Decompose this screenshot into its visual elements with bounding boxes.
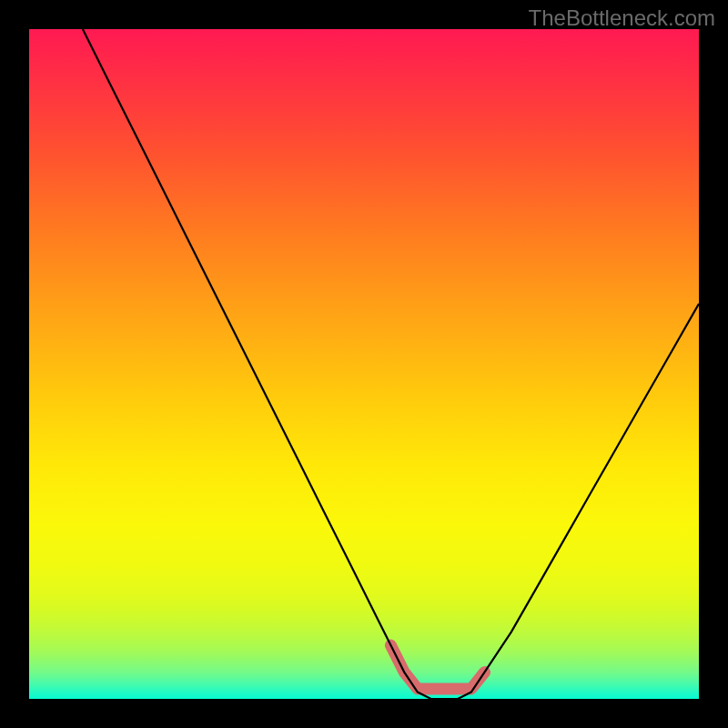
watermark-text: TheBottleneck.com — [529, 5, 715, 31]
bottleneck-curve — [83, 29, 699, 699]
optimal-zone-marker — [390, 645, 484, 689]
plot-area — [29, 29, 699, 699]
chart-svg — [29, 29, 699, 699]
